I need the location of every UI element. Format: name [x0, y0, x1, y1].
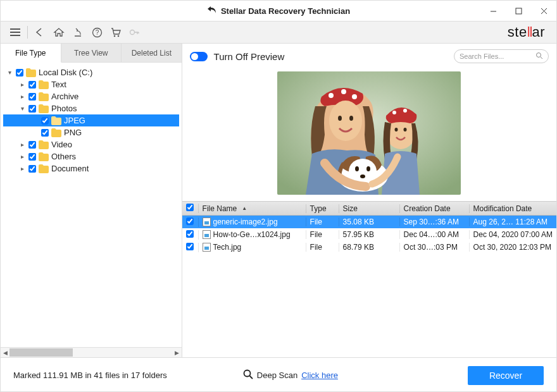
svg-point-6 — [537, 53, 541, 58]
expander-icon[interactable]: ▸ — [18, 141, 26, 148]
svg-point-17 — [395, 128, 398, 132]
scrollbar-thumb[interactable] — [9, 348, 73, 357]
tree-checkbox[interactable] — [16, 69, 23, 77]
folder-icon — [51, 116, 61, 125]
col-mdate-header[interactable]: Modification Date — [470, 204, 556, 213]
tab-file-type[interactable]: File Type — [1, 44, 61, 63]
expander-icon[interactable]: ▸ — [18, 153, 26, 160]
row-checkbox[interactable] — [186, 230, 194, 238]
file-type: File — [306, 230, 339, 239]
svg-rect-0 — [516, 8, 522, 14]
folder-icon — [39, 104, 49, 113]
tree-label: Others — [51, 152, 76, 161]
toolbar: ? stellar — [1, 21, 556, 44]
file-cdate: Sep 30…:36 AM — [400, 217, 470, 226]
tree-checkbox[interactable] — [28, 153, 36, 161]
col-size-header[interactable]: Size — [339, 204, 400, 213]
tree-checkbox[interactable] — [28, 81, 36, 89]
expander-icon[interactable]: ▸ — [18, 93, 26, 100]
tree-label: Video — [51, 140, 72, 149]
svg-point-23 — [360, 175, 365, 178]
preview-area — [182, 69, 556, 201]
window-title: Stellar Data Recovery Technician — [221, 6, 350, 16]
undo-icon — [207, 6, 217, 16]
file-mdate: Aug 26, 2… 11:28 AM — [470, 217, 556, 226]
maximize-button[interactable] — [506, 1, 531, 21]
tab-tree-view[interactable]: Tree View — [61, 44, 122, 62]
svg-text:?: ? — [95, 29, 99, 36]
tree-checkbox[interactable] — [28, 165, 36, 173]
folder-icon — [39, 80, 49, 89]
help-icon[interactable]: ? — [87, 23, 106, 41]
back-icon[interactable] — [30, 23, 49, 41]
row-checkbox[interactable] — [186, 217, 194, 225]
preview-toggle[interactable] — [190, 52, 208, 61]
table-row[interactable]: generic-image2.jpg File 35.08 KB Sep 30…… — [182, 216, 556, 228]
expander-icon[interactable]: ▾ — [18, 105, 26, 112]
horizontal-scrollbar[interactable]: ◀ ▶ — [1, 347, 182, 357]
expander-icon[interactable]: ▸ — [18, 81, 26, 88]
status-bar: Marked 111.91 MB in 41 files in 17 folde… — [1, 357, 556, 392]
col-name-header[interactable]: File Name▲ — [199, 204, 306, 213]
content-pane: Turn Off Preview Search Files... — [182, 44, 556, 357]
preview-toggle-label: Turn Off Preview — [214, 51, 285, 62]
expander-icon[interactable]: ▾ — [6, 69, 13, 76]
expander-icon[interactable]: ▸ — [18, 165, 26, 172]
svg-point-3 — [114, 35, 116, 37]
scroll-right-icon[interactable]: ▶ — [173, 348, 182, 357]
brand-logo: stellar — [508, 24, 551, 40]
tree-label: Document — [51, 164, 89, 173]
file-type: File — [306, 217, 339, 226]
file-mdate: Oct 30, 2020 12:03 PM — [470, 243, 556, 252]
key-icon[interactable] — [125, 23, 144, 41]
table-row[interactable]: How-to-Ge…x1024.jpg File 57.95 KB Dec 04… — [182, 228, 556, 241]
col-cdate-header[interactable]: Creation Date — [400, 204, 470, 213]
svg-point-8 — [329, 93, 334, 98]
file-size: 35.08 KB — [339, 217, 400, 226]
select-all-checkbox[interactable] — [186, 204, 194, 211]
file-type: File — [306, 243, 339, 252]
home-icon[interactable] — [49, 23, 68, 41]
tree-label: Text — [51, 80, 66, 89]
tree-checkbox[interactable] — [41, 117, 49, 125]
tree-checkbox[interactable] — [28, 93, 36, 101]
folder-icon — [26, 68, 36, 77]
svg-point-22 — [366, 166, 370, 171]
row-checkbox[interactable] — [186, 243, 194, 250]
menu-icon[interactable] — [6, 23, 25, 41]
tree[interactable]: ▾ Local Disk (C:) ▸ Text ▸ Archive ▾ — [1, 63, 182, 347]
minimize-button[interactable] — [480, 1, 506, 21]
deepscan-link[interactable]: Click here — [301, 371, 338, 380]
scroll-left-icon[interactable]: ◀ — [1, 348, 9, 357]
magnifier-icon — [243, 369, 253, 381]
sort-asc-icon: ▲ — [242, 205, 247, 211]
file-cdate: Dec 04…:00 AM — [400, 230, 470, 239]
table-row[interactable]: Tech.jpg File 68.79 KB Oct 30…:03 PM Oct… — [182, 241, 556, 254]
microscope-icon[interactable] — [68, 23, 87, 41]
tree-checkbox[interactable] — [28, 105, 36, 113]
svg-point-11 — [329, 101, 362, 141]
tree-label: Local Disk (C:) — [39, 68, 92, 77]
tree-label: Archive — [51, 92, 78, 101]
deepscan-label: Deep Scan — [257, 371, 297, 380]
file-icon — [203, 243, 211, 252]
file-name: Tech.jpg — [213, 243, 242, 252]
folder-icon — [39, 92, 49, 101]
cart-icon[interactable] — [106, 23, 125, 41]
svg-point-13 — [349, 116, 353, 121]
svg-point-5 — [130, 30, 135, 35]
tab-deleted-list[interactable]: Deleted List — [122, 44, 182, 62]
recover-button[interactable]: Recover — [468, 366, 544, 385]
col-type-header[interactable]: Type — [306, 204, 339, 213]
search-placeholder: Search Files... — [460, 52, 504, 60]
tree-label: JPEG — [64, 116, 85, 125]
close-button[interactable] — [531, 1, 556, 21]
tree-label: PNG — [64, 128, 82, 137]
svg-point-9 — [341, 89, 346, 94]
tree-checkbox[interactable] — [28, 141, 36, 149]
tree-checkbox[interactable] — [41, 129, 49, 137]
divider — [27, 26, 28, 39]
file-mdate: Dec 04, 2020 07:00 AM — [470, 230, 556, 239]
file-icon — [203, 217, 211, 226]
search-input[interactable]: Search Files... — [454, 49, 549, 63]
